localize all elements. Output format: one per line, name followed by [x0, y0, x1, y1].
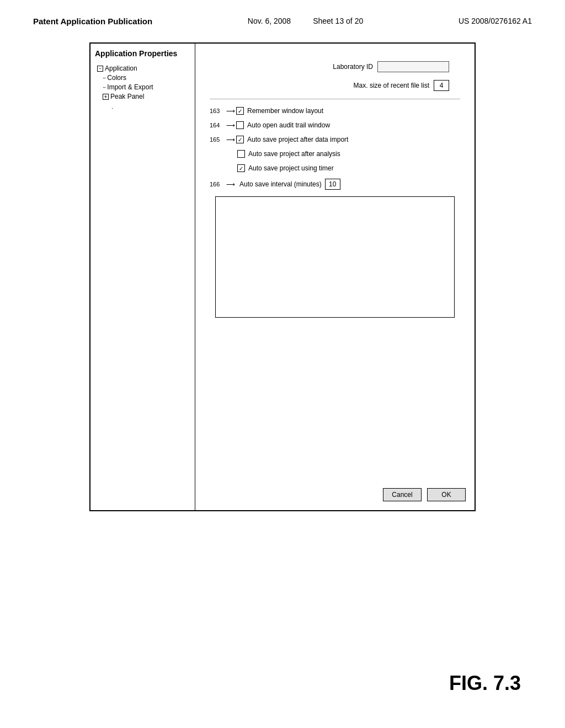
- tree-minus-icon: −: [97, 66, 103, 72]
- dialog-title: Application Properties: [95, 49, 190, 58]
- tree-import-export-label: Import & Export: [107, 83, 153, 91]
- tree-panel: Application Properties − Application ···…: [90, 44, 195, 510]
- tree-peak-panel-label: Peak Panel: [110, 93, 144, 100]
- ok-button[interactable]: OK: [427, 488, 466, 501]
- tree-plus-icon: +: [103, 94, 109, 100]
- auto-save-analysis-label: Auto save project after analysis: [248, 150, 340, 158]
- max-size-value: 4: [440, 82, 444, 89]
- auto-save-import-label: Auto save project after data import: [247, 136, 348, 143]
- application-properties-dialog: Application Properties − Application ···…: [89, 42, 476, 511]
- settings-panel: Laboratory ID Max. size of recent file l…: [195, 44, 475, 510]
- auto-save-import-checkbox[interactable]: [236, 136, 244, 143]
- lab-id-label: Laboratory ID: [333, 63, 373, 71]
- tree-item-import-export[interactable]: ··· Import & Export: [95, 83, 190, 91]
- dialog-buttons: Cancel OK: [383, 488, 466, 501]
- publication-label: Patent Application Publication: [33, 17, 152, 26]
- remember-window-row: 163 ⟶ Remember window layout: [210, 107, 460, 115]
- remember-window-checkbox[interactable]: [236, 107, 244, 115]
- max-size-input[interactable]: 4: [434, 80, 449, 91]
- ref-163: 163: [210, 108, 220, 114]
- tree-dots-colors: ···: [103, 75, 105, 81]
- arrow-165: ⟶: [226, 136, 235, 143]
- arrow-163: ⟶: [226, 108, 235, 115]
- sheet-label: Sheet 13 of 20: [313, 17, 363, 25]
- lab-id-input[interactable]: [377, 61, 449, 72]
- audit-trail-row: 164 ⟶ Auto open audit trail window: [210, 121, 460, 129]
- divider-1: [210, 99, 460, 99]
- arrow-166: ⟶: [226, 181, 235, 188]
- audit-trail-label: Auto open audit trail window: [247, 121, 330, 129]
- interval-value: 10: [329, 180, 336, 188]
- figure-label: FIG. 7.3: [449, 672, 521, 695]
- auto-save-timer-row: Auto save project using timer: [210, 164, 460, 172]
- max-size-row: Max. size of recent file list 4: [210, 80, 460, 91]
- tree-item-application[interactable]: − Application: [95, 65, 190, 72]
- header-center: Nov. 6, 2008 Sheet 13 of 20: [248, 17, 363, 25]
- page-header: Patent Application Publication Nov. 6, 2…: [0, 0, 565, 37]
- tree-item-peak-panel[interactable]: + Peak Panel: [95, 93, 190, 100]
- lab-id-row: Laboratory ID: [210, 61, 460, 72]
- cancel-button[interactable]: Cancel: [383, 488, 422, 501]
- patent-number: US 2008/0276162 A1: [459, 17, 532, 25]
- tree-application-label: Application: [105, 65, 137, 72]
- main-content: Application Properties − Application ···…: [0, 37, 565, 517]
- auto-save-interval-row: 166 ⟶ Auto save interval (minutes) 10: [210, 179, 460, 190]
- auto-save-interval-label: Auto save interval (minutes): [239, 180, 322, 188]
- tree-dot-spacer: ·: [95, 105, 190, 111]
- auto-save-timer-checkbox[interactable]: [237, 164, 245, 172]
- audit-trail-checkbox[interactable]: [236, 121, 244, 129]
- tree-dots-import: ···: [103, 84, 105, 90]
- large-empty-box: [215, 196, 455, 318]
- auto-save-interval-input[interactable]: 10: [325, 179, 340, 190]
- auto-save-analysis-row: Auto save project after analysis: [210, 150, 460, 158]
- ref-164: 164: [210, 122, 220, 129]
- ref-166: 166: [210, 181, 220, 188]
- auto-save-analysis-checkbox[interactable]: [237, 150, 245, 158]
- remember-window-label: Remember window layout: [247, 107, 323, 115]
- tree-colors-label: Colors: [107, 74, 126, 82]
- auto-save-import-row: 165 ⟶ Auto save project after data impor…: [210, 136, 460, 143]
- max-size-label: Max. size of recent file list: [354, 82, 429, 89]
- date-label: Nov. 6, 2008: [248, 17, 291, 25]
- arrow-164: ⟶: [226, 122, 235, 129]
- auto-save-timer-label: Auto save project using timer: [248, 164, 334, 172]
- tree-item-colors[interactable]: ··· Colors: [95, 74, 190, 82]
- ref-165: 165: [210, 136, 220, 143]
- settings-content: Laboratory ID Max. size of recent file l…: [204, 50, 466, 356]
